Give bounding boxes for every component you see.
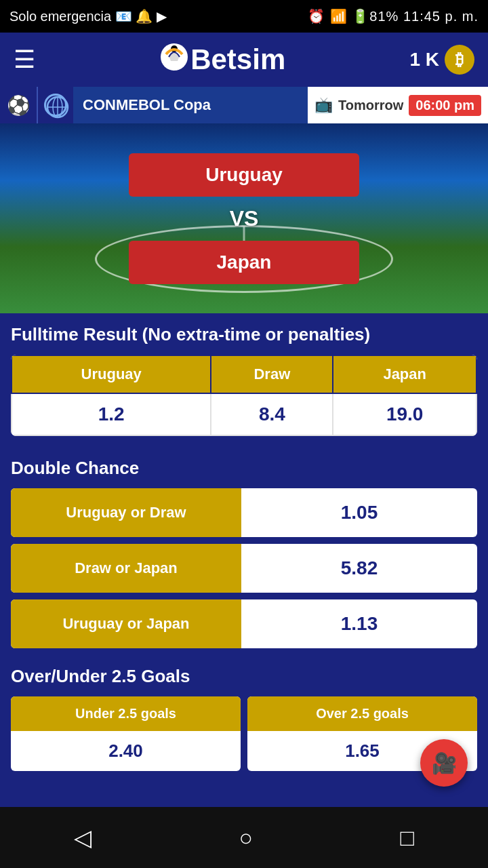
odds-table: Uruguay Draw Japan 1.2 8.4 19.0 <box>11 355 477 436</box>
odds-col-uruguay[interactable]: Uruguay <box>12 355 211 393</box>
status-bar: Solo emergencia 📧 🔔 ▶ ⏰ 📶 🔋81% 11:45 p. … <box>0 0 488 33</box>
header: ☰ Betsim 1 K ₿ <box>0 33 488 87</box>
dc-row-0[interactable]: Uruguay or Draw 1.05 <box>11 488 477 537</box>
dc-row-2[interactable]: Uruguay or Japan 1.13 <box>11 599 477 648</box>
menu-icon[interactable]: ☰ <box>14 45 35 74</box>
under-item[interactable]: Under 2.5 goals 2.40 <box>11 696 241 771</box>
globe-icon <box>44 94 67 117</box>
wallet: 1 K ₿ <box>409 45 474 75</box>
over-under-title: Over/Under 2.5 Goals <box>11 666 477 687</box>
nav-recent-button[interactable]: □ <box>380 818 435 858</box>
wallet-icon[interactable]: ₿ <box>445 45 474 75</box>
logo: Betsim <box>159 43 285 76</box>
tv-icon: 📺 <box>314 96 333 114</box>
over-label: Over 2.5 goals <box>247 696 477 731</box>
dc-value-1: 5.82 <box>241 557 477 579</box>
fulltime-result-title: Fulltime Result (No extra-time or penalt… <box>11 324 477 345</box>
dc-label-2: Uruguay or Japan <box>11 599 241 648</box>
fulltime-result-section: Fulltime Result (No extra-time or penalt… <box>0 313 488 436</box>
team2-button[interactable]: Japan <box>129 241 359 284</box>
league-name: CONMEBOL Copa <box>73 87 308 123</box>
over-under-row: Under 2.5 goals 2.40 Over 2.5 goals 1.65 <box>11 696 477 778</box>
soccer-icon: ⚽ <box>0 87 37 123</box>
match-time: 📺 Tomorrow 06:00 pm <box>308 87 488 123</box>
stadium-section: Uruguay VS Japan <box>0 123 488 313</box>
under-value: 2.40 <box>11 731 241 771</box>
double-chance-section: Double Chance Uruguay or Draw 1.05 Draw … <box>0 447 488 648</box>
dc-label-1: Draw or Japan <box>11 544 241 593</box>
dc-value-2: 1.13 <box>241 613 477 635</box>
odds-col-japan[interactable]: Japan <box>333 355 476 393</box>
nav-home-button[interactable]: ○ <box>218 818 273 858</box>
dc-row-1[interactable]: Draw or Japan 5.82 <box>11 544 477 593</box>
double-chance-title: Double Chance <box>11 458 477 479</box>
under-label: Under 2.5 goals <box>11 696 241 731</box>
dc-value-0: 1.05 <box>241 502 477 524</box>
team1-button[interactable]: Uruguay <box>129 153 359 197</box>
fab-button[interactable]: 🎥 <box>420 739 468 787</box>
odds-val-uruguay[interactable]: 1.2 <box>12 393 211 435</box>
odds-val-japan[interactable]: 19.0 <box>333 393 476 435</box>
wallet-amount: 1 K <box>409 49 439 71</box>
over-under-section: Over/Under 2.5 Goals Under 2.5 goals 2.4… <box>0 655 488 778</box>
odds-col-draw[interactable]: Draw <box>211 355 333 393</box>
nav-bar: ◁ ○ □ <box>0 807 488 868</box>
tomorrow-label: Tomorrow <box>338 98 403 113</box>
status-left: Solo emergencia 📧 🔔 ▶ <box>9 8 167 24</box>
odds-val-draw[interactable]: 8.4 <box>211 393 333 435</box>
logo-ball-icon <box>159 42 189 72</box>
fab-camera-icon: 🎥 <box>432 751 457 775</box>
status-right: ⏰ 📶 🔋81% 11:45 p. m. <box>308 8 479 24</box>
league-icon <box>37 87 73 123</box>
logo-text: Betsim <box>190 43 285 76</box>
match-info-bar: ⚽ CONMEBOL Copa 📺 Tomorrow 06:00 pm <box>0 87 488 123</box>
dc-label-0: Uruguay or Draw <box>11 488 241 537</box>
time-badge: 06:00 pm <box>409 95 481 116</box>
vs-label: VS <box>230 206 259 231</box>
nav-back-button[interactable]: ◁ <box>54 817 112 858</box>
